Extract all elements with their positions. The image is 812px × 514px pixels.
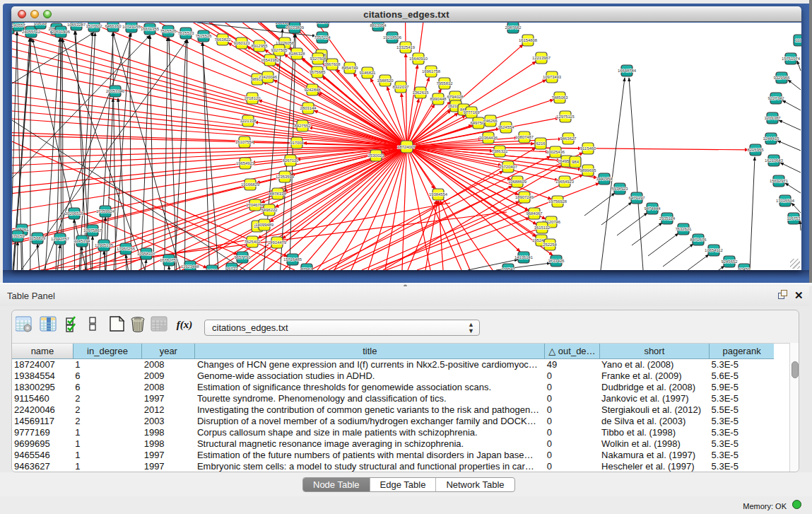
svg-text:9327508: 9327508 xyxy=(310,57,327,61)
svg-text:7386322: 7386322 xyxy=(492,149,508,153)
svg-text:7625402: 7625402 xyxy=(245,240,261,244)
svg-text:7663822: 7663822 xyxy=(215,37,231,42)
svg-text:20691: 20691 xyxy=(35,23,46,25)
svg-text:881305: 881305 xyxy=(316,23,330,24)
svg-text:20691406: 20691406 xyxy=(52,30,71,34)
svg-text:8267110: 8267110 xyxy=(283,158,299,163)
svg-text:2935114: 2935114 xyxy=(659,216,676,221)
svg-text:8813054: 8813054 xyxy=(370,23,387,28)
svg-text:9657791: 9657791 xyxy=(235,255,251,259)
svg-text:f(x): f(x) xyxy=(177,319,193,331)
svg-text:1615112: 1615112 xyxy=(534,226,551,230)
svg-text:12353594: 12353594 xyxy=(276,175,295,179)
svg-text:11923448: 11923448 xyxy=(181,264,199,269)
svg-text:8454749: 8454749 xyxy=(342,66,358,70)
svg-text:8912955: 8912955 xyxy=(252,44,269,48)
svg-text:1145194: 1145194 xyxy=(74,239,90,243)
svg-text:9329966: 9329966 xyxy=(774,76,791,80)
svg-text:16782759: 16782759 xyxy=(160,258,178,262)
svg-text:8878334: 8878334 xyxy=(270,192,287,196)
svg-text:240557: 240557 xyxy=(12,23,25,28)
svg-text:7615523: 7615523 xyxy=(178,31,195,35)
svg-text:9115460: 9115460 xyxy=(580,146,596,151)
svg-text:14099489: 14099489 xyxy=(255,223,273,227)
svg-text:17359924: 17359924 xyxy=(96,209,115,214)
svg-text:19654923: 19654923 xyxy=(236,161,255,165)
svg-text:19384554: 19384554 xyxy=(429,192,448,197)
svg-text:19166829: 19166829 xyxy=(241,182,259,187)
svg-text:20364436: 20364436 xyxy=(479,136,498,140)
svg-text:24055712: 24055712 xyxy=(22,30,40,34)
svg-text:2718120: 2718120 xyxy=(245,96,261,100)
svg-text:3675685: 3675685 xyxy=(310,70,326,74)
svg-text:16107554: 16107554 xyxy=(235,140,254,144)
svg-text:116753: 116753 xyxy=(787,216,801,221)
svg-text:9245652: 9245652 xyxy=(722,259,738,264)
svg-text:9777169: 9777169 xyxy=(464,110,480,115)
svg-text:1733426: 1733426 xyxy=(548,259,565,263)
svg-text:17046766: 17046766 xyxy=(246,203,265,207)
svg-text:12213967: 12213967 xyxy=(532,56,551,60)
svg-text:6466160: 6466160 xyxy=(105,24,122,28)
svg-text:6216: 6216 xyxy=(536,141,546,146)
svg-text:2087682: 2087682 xyxy=(505,25,522,30)
svg-text:160338: 160338 xyxy=(275,23,289,25)
svg-text:1156829: 1156829 xyxy=(30,236,46,240)
svg-text:7357224: 7357224 xyxy=(314,35,331,40)
svg-text:2803144: 2803144 xyxy=(300,106,317,110)
svg-text:15751074: 15751074 xyxy=(782,57,801,61)
svg-text:14136141: 14136141 xyxy=(514,255,533,259)
svg-text:10025436: 10025436 xyxy=(546,150,565,154)
svg-text:23420046: 23420046 xyxy=(259,75,278,79)
svg-text:9160123: 9160123 xyxy=(234,41,251,45)
svg-text:1209387: 1209387 xyxy=(765,116,781,120)
svg-text:8322037: 8322037 xyxy=(393,85,409,89)
svg-text:16543382: 16543382 xyxy=(261,58,279,62)
svg-text:16154808: 16154808 xyxy=(519,38,538,42)
svg-text:9899695: 9899695 xyxy=(580,168,597,173)
svg-text:746266: 746266 xyxy=(483,119,498,123)
svg-text:9146821: 9146821 xyxy=(360,71,376,75)
svg-text:19654923: 19654923 xyxy=(555,180,575,184)
svg-text:10653287: 10653287 xyxy=(67,23,86,27)
svg-text:6479197: 6479197 xyxy=(629,196,645,200)
svg-text:16733: 16733 xyxy=(226,267,238,270)
svg-text:92450: 92450 xyxy=(739,267,751,270)
svg-text:5938923: 5938923 xyxy=(612,187,629,191)
svg-text:917004: 917004 xyxy=(290,141,304,145)
svg-text:19218506: 19218506 xyxy=(383,35,402,40)
svg-text:252254: 252254 xyxy=(543,243,557,247)
svg-text:17957255: 17957255 xyxy=(117,247,136,251)
svg-text:10654112: 10654112 xyxy=(705,248,723,252)
svg-text:7632621: 7632621 xyxy=(676,227,692,231)
svg-text:9227342: 9227342 xyxy=(768,96,784,100)
svg-text:16671355: 16671355 xyxy=(141,27,160,31)
svg-text:12905135: 12905135 xyxy=(95,243,114,247)
svg-text:8186328: 8186328 xyxy=(289,52,306,56)
svg-text:9463627: 9463627 xyxy=(560,136,577,141)
svg-text:16961758: 16961758 xyxy=(422,69,441,74)
svg-text:15716485: 15716485 xyxy=(283,257,302,262)
svg-text:10975867: 10975867 xyxy=(83,228,102,233)
svg-text:109542: 109542 xyxy=(501,267,515,270)
svg-text:15692971: 15692971 xyxy=(770,179,788,183)
svg-text:984: 984 xyxy=(572,160,579,164)
svg-text:9474444: 9474444 xyxy=(645,206,661,211)
svg-text:8990448: 8990448 xyxy=(430,97,447,101)
svg-text:14914479: 14914479 xyxy=(268,240,286,245)
svg-text:18724007: 18724007 xyxy=(397,145,416,149)
svg-text:13325419: 13325419 xyxy=(396,45,415,49)
svg-text:1440954: 1440954 xyxy=(596,177,613,181)
svg-text:7485063: 7485063 xyxy=(552,95,569,100)
svg-text:1112: 1112 xyxy=(795,38,801,42)
svg-text:16210643: 16210643 xyxy=(765,158,784,163)
svg-text:1244415: 1244415 xyxy=(763,136,780,141)
svg-text:10807487: 10807487 xyxy=(515,135,534,139)
svg-text:16033809: 16033809 xyxy=(286,25,304,30)
svg-text:18907249: 18907249 xyxy=(515,195,534,199)
svg-text:7515526: 7515526 xyxy=(160,29,177,33)
svg-text:2867608: 2867608 xyxy=(324,62,341,66)
svg-text:8427552: 8427552 xyxy=(295,124,311,128)
svg-text:87961: 87961 xyxy=(301,267,312,270)
svg-text:9242848: 9242848 xyxy=(305,88,322,92)
